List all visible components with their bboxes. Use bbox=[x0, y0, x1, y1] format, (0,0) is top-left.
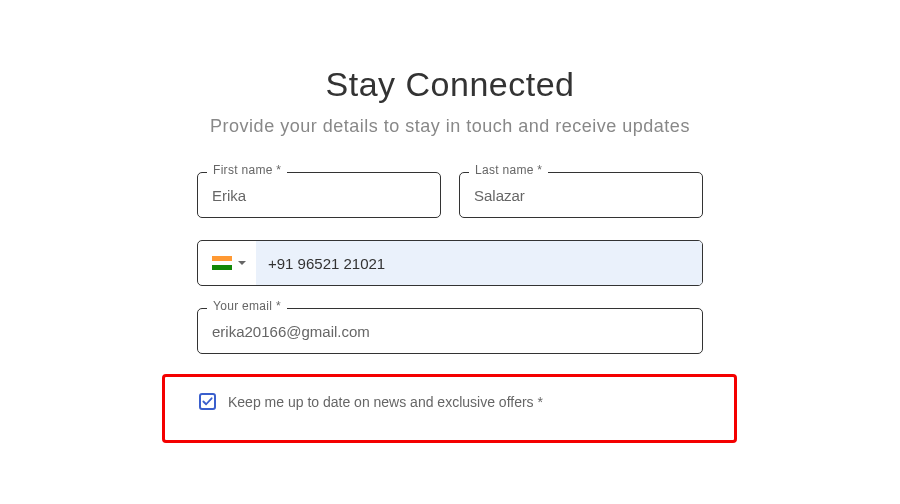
first-name-field-wrapper: First name * bbox=[197, 172, 441, 218]
first-name-label: First name * bbox=[207, 163, 287, 177]
form-title: Stay Connected bbox=[326, 65, 575, 104]
flag-india-icon bbox=[212, 256, 232, 270]
checkmark-icon bbox=[202, 396, 213, 407]
phone-field-wrapper bbox=[197, 240, 703, 286]
chevron-down-icon bbox=[238, 261, 246, 265]
last-name-label: Last name * bbox=[469, 163, 548, 177]
email-label: Your email * bbox=[207, 299, 287, 313]
form-subtitle: Provide your details to stay in touch an… bbox=[210, 116, 690, 137]
last-name-input[interactable] bbox=[459, 172, 703, 218]
email-field-wrapper: Your email * bbox=[197, 308, 703, 354]
newsletter-label: Keep me up to date on news and exclusive… bbox=[228, 394, 543, 410]
country-selector[interactable] bbox=[198, 241, 256, 285]
phone-input[interactable] bbox=[256, 241, 702, 285]
email-input[interactable] bbox=[197, 308, 703, 354]
last-name-field-wrapper: Last name * bbox=[459, 172, 703, 218]
first-name-input[interactable] bbox=[197, 172, 441, 218]
newsletter-checkbox[interactable] bbox=[199, 393, 216, 410]
newsletter-highlight: Keep me up to date on news and exclusive… bbox=[162, 374, 737, 443]
